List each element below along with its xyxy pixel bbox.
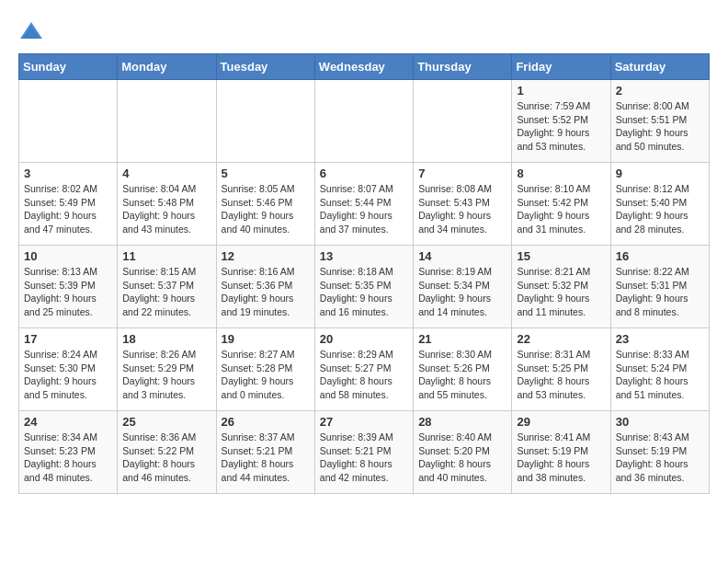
day-number: 26 [222, 415, 310, 429]
calendar-cell: 22 Sunrise: 8:31 AM Sunset: 5:25 PM Dayl… [512, 328, 610, 411]
daylight-text: Daylight: 9 hours and 34 minutes. [418, 210, 491, 235]
day-number: 1 [517, 84, 605, 98]
day-info: Sunrise: 8:18 AM Sunset: 5:35 PM Dayligh… [320, 265, 408, 319]
day-info: Sunrise: 7:59 AM Sunset: 5:52 PM Dayligh… [517, 99, 605, 154]
day-number: 23 [616, 332, 704, 346]
sunset-text: Sunset: 5:52 PM [517, 114, 588, 125]
calendar-week-row: 17 Sunrise: 8:24 AM Sunset: 5:30 PM Dayl… [19, 328, 710, 411]
calendar-cell: 5 Sunrise: 8:05 AM Sunset: 5:46 PM Dayli… [216, 163, 314, 246]
day-info: Sunrise: 8:08 AM Sunset: 5:43 PM Dayligh… [418, 182, 506, 236]
sunrise-text: Sunrise: 8:04 AM [122, 183, 196, 194]
sunrise-text: Sunrise: 8:40 AM [418, 431, 492, 442]
sunrise-text: Sunrise: 8:10 AM [517, 183, 590, 194]
sunrise-text: Sunrise: 8:15 AM [122, 266, 196, 277]
calendar-week-row: 1 Sunrise: 7:59 AM Sunset: 5:52 PM Dayli… [19, 80, 710, 163]
calendar-cell: 8 Sunrise: 8:10 AM Sunset: 5:42 PM Dayli… [512, 163, 610, 246]
logo-icon [18, 18, 44, 44]
sunset-text: Sunset: 5:46 PM [222, 197, 293, 208]
sunset-text: Sunset: 5:30 PM [24, 362, 96, 373]
sunrise-text: Sunrise: 8:13 AM [24, 266, 97, 277]
calendar: SundayMondayTuesdayWednesdayThursdayFrid… [18, 53, 710, 494]
day-number: 21 [418, 332, 506, 346]
sunrise-text: Sunrise: 8:12 AM [616, 183, 689, 194]
daylight-text: Daylight: 8 hours and 58 minutes. [320, 375, 392, 400]
day-info: Sunrise: 8:12 AM Sunset: 5:40 PM Dayligh… [616, 182, 704, 236]
header-area [18, 18, 710, 44]
weekday-header: Monday [118, 54, 216, 80]
sunset-text: Sunset: 5:31 PM [616, 280, 688, 291]
sunset-text: Sunset: 5:32 PM [517, 280, 588, 291]
day-info: Sunrise: 8:10 AM Sunset: 5:42 PM Dayligh… [517, 182, 605, 236]
sunrise-text: Sunrise: 8:00 AM [616, 100, 689, 111]
calendar-cell: 16 Sunrise: 8:22 AM Sunset: 5:31 PM Dayl… [610, 246, 709, 328]
daylight-text: Daylight: 8 hours and 46 minutes. [122, 458, 195, 483]
daylight-text: Daylight: 8 hours and 53 minutes. [517, 375, 589, 400]
daylight-text: Daylight: 9 hours and 28 minutes. [616, 210, 688, 235]
calendar-cell: 14 Sunrise: 8:19 AM Sunset: 5:34 PM Dayl… [414, 246, 512, 328]
sunrise-text: Sunrise: 8:36 AM [122, 431, 196, 442]
daylight-text: Daylight: 9 hours and 14 minutes. [418, 293, 491, 317]
day-number: 27 [320, 415, 408, 429]
sunrise-text: Sunrise: 8:34 AM [24, 431, 97, 442]
sunset-text: Sunset: 5:49 PM [24, 197, 96, 208]
day-number: 15 [517, 249, 605, 263]
day-number: 8 [517, 167, 605, 180]
daylight-text: Daylight: 9 hours and 37 minutes. [320, 210, 392, 235]
sunset-text: Sunset: 5:51 PM [616, 114, 688, 125]
day-number: 19 [222, 332, 310, 346]
day-number: 20 [320, 332, 408, 346]
calendar-cell: 15 Sunrise: 8:21 AM Sunset: 5:32 PM Dayl… [512, 246, 610, 328]
day-info: Sunrise: 8:04 AM Sunset: 5:48 PM Dayligh… [122, 182, 210, 236]
sunset-text: Sunset: 5:48 PM [122, 197, 194, 208]
calendar-cell [19, 80, 118, 163]
daylight-text: Daylight: 8 hours and 48 minutes. [24, 458, 97, 483]
sunset-text: Sunset: 5:24 PM [616, 362, 688, 373]
sunrise-text: Sunrise: 8:21 AM [517, 266, 590, 277]
day-info: Sunrise: 8:15 AM Sunset: 5:37 PM Dayligh… [122, 265, 210, 319]
sunset-text: Sunset: 5:19 PM [517, 445, 588, 456]
daylight-text: Daylight: 9 hours and 0 minutes. [222, 375, 294, 400]
day-number: 5 [222, 167, 310, 180]
calendar-cell: 28 Sunrise: 8:40 AM Sunset: 5:20 PM Dayl… [414, 411, 512, 494]
daylight-text: Daylight: 9 hours and 43 minutes. [122, 210, 195, 235]
sunrise-text: Sunrise: 8:07 AM [320, 183, 393, 194]
day-info: Sunrise: 8:34 AM Sunset: 5:23 PM Dayligh… [24, 431, 112, 485]
sunset-text: Sunset: 5:44 PM [320, 197, 392, 208]
day-info: Sunrise: 8:37 AM Sunset: 5:21 PM Dayligh… [222, 431, 310, 485]
day-number: 10 [24, 249, 112, 263]
sunrise-text: Sunrise: 8:18 AM [320, 266, 393, 277]
calendar-header: SundayMondayTuesdayWednesdayThursdayFrid… [19, 54, 710, 80]
weekday-header: Tuesday [216, 54, 314, 80]
daylight-text: Daylight: 9 hours and 22 minutes. [122, 293, 195, 317]
calendar-cell: 4 Sunrise: 8:04 AM Sunset: 5:48 PM Dayli… [118, 163, 216, 246]
sunrise-text: Sunrise: 8:31 AM [517, 349, 590, 360]
sunrise-text: Sunrise: 8:19 AM [418, 266, 492, 277]
calendar-cell: 30 Sunrise: 8:43 AM Sunset: 5:19 PM Dayl… [610, 411, 709, 494]
weekday-header: Wednesday [314, 54, 413, 80]
calendar-cell: 1 Sunrise: 7:59 AM Sunset: 5:52 PM Dayli… [512, 80, 610, 163]
sunset-text: Sunset: 5:23 PM [24, 445, 96, 456]
day-info: Sunrise: 8:02 AM Sunset: 5:49 PM Dayligh… [24, 182, 112, 236]
day-info: Sunrise: 8:41 AM Sunset: 5:19 PM Dayligh… [517, 431, 605, 485]
sunset-text: Sunset: 5:35 PM [320, 280, 392, 291]
day-info: Sunrise: 8:05 AM Sunset: 5:46 PM Dayligh… [222, 182, 310, 236]
day-number: 18 [122, 332, 210, 346]
calendar-cell: 10 Sunrise: 8:13 AM Sunset: 5:39 PM Dayl… [19, 246, 118, 328]
day-info: Sunrise: 8:33 AM Sunset: 5:24 PM Dayligh… [616, 348, 704, 402]
day-number: 9 [616, 167, 704, 180]
calendar-cell: 25 Sunrise: 8:36 AM Sunset: 5:22 PM Dayl… [118, 411, 216, 494]
day-number: 13 [320, 249, 408, 263]
day-info: Sunrise: 8:29 AM Sunset: 5:27 PM Dayligh… [320, 348, 408, 402]
logo [18, 18, 48, 44]
sunrise-text: Sunrise: 8:24 AM [24, 349, 97, 360]
calendar-cell: 29 Sunrise: 8:41 AM Sunset: 5:19 PM Dayl… [512, 411, 610, 494]
day-info: Sunrise: 8:00 AM Sunset: 5:51 PM Dayligh… [616, 99, 704, 154]
calendar-cell: 2 Sunrise: 8:00 AM Sunset: 5:51 PM Dayli… [610, 80, 709, 163]
calendar-cell: 12 Sunrise: 8:16 AM Sunset: 5:36 PM Dayl… [216, 246, 314, 328]
sunrise-text: Sunrise: 8:39 AM [320, 431, 393, 442]
day-info: Sunrise: 8:07 AM Sunset: 5:44 PM Dayligh… [320, 182, 408, 236]
day-number: 28 [418, 415, 506, 429]
calendar-cell: 24 Sunrise: 8:34 AM Sunset: 5:23 PM Dayl… [19, 411, 118, 494]
sunset-text: Sunset: 5:36 PM [222, 280, 293, 291]
weekday-header: Sunday [19, 54, 118, 80]
